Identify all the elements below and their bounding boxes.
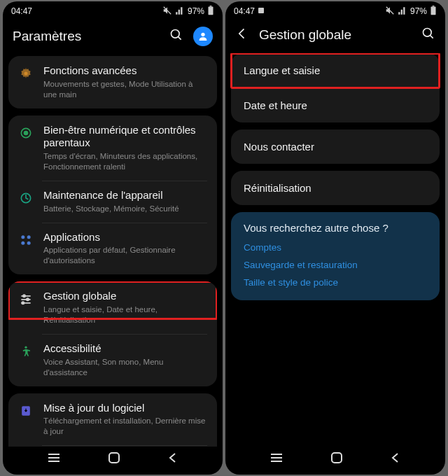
svg-point-32	[424, 29, 432, 37]
gestion-body: Langue et saisie Date et heure Nous cont…	[225, 53, 445, 447]
svg-point-17	[27, 298, 29, 300]
battery-icon	[430, 6, 437, 18]
row-label: Langue et saisie	[244, 64, 320, 76]
row-title: Fonctions avancées	[43, 64, 207, 78]
svg-rect-37	[332, 453, 342, 463]
row-title: Applications	[43, 231, 207, 244]
row-title: Bien-être numérique et contrôles parenta…	[43, 124, 207, 150]
row-applications[interactable]: Applications Applications par défaut, Ge…	[8, 223, 217, 275]
nav-bar	[225, 447, 445, 475]
svg-point-10	[21, 235, 24, 239]
gear-plus-icon	[18, 66, 34, 81]
settings-body: Fonctions avancées Mouvements et gestes,…	[3, 56, 223, 447]
row-title: Gestion globale	[43, 290, 207, 303]
status-time: 04:47	[234, 6, 265, 16]
signal-icon	[175, 6, 185, 18]
suggest-link-comptes[interactable]: Comptes	[244, 242, 427, 253]
row-label: Date et heure	[244, 99, 307, 111]
svg-line-33	[430, 36, 433, 38]
status-right: 97%	[162, 6, 214, 18]
page-title: Paramètres	[13, 29, 160, 44]
row-subtitle: Mouvements et gestes, Mode Utilisation à…	[43, 79, 207, 100]
settings-group-3: Gestion globale Langue et saisie, Date e…	[8, 281, 217, 386]
back-button[interactable]	[235, 27, 249, 43]
row-subtitle: Applications par défaut, Gestionnaire d'…	[43, 245, 207, 266]
wellbeing-icon	[18, 125, 34, 141]
nav-back[interactable]	[167, 452, 178, 466]
nav-home[interactable]	[108, 451, 120, 467]
search-button[interactable]	[169, 28, 183, 45]
row-fonctions-avancees[interactable]: Fonctions avancées Mouvements et gestes,…	[8, 56, 217, 108]
svg-point-19	[22, 302, 24, 304]
row-label: Nous contacter	[244, 141, 314, 153]
row-mise-a-jour[interactable]: Mise à jour du logiciel Téléchargement e…	[8, 393, 217, 446]
row-date-et-heure[interactable]: Date et heure	[231, 88, 440, 122]
row-langue-et-saisie[interactable]: Langue et saisie	[231, 53, 440, 88]
svg-line-4	[178, 37, 181, 40]
suggest-link-sauvegarde[interactable]: Sauvegarde et restauration	[244, 260, 427, 270]
row-reinitialisation[interactable]: Réinitialisation	[231, 171, 440, 205]
suggestions-box: Vous recherchez autre chose ? Comptes Sa…	[231, 212, 440, 300]
phone-left: 04:47 97% Paramètres	[3, 1, 223, 475]
svg-rect-27	[109, 453, 119, 463]
row-gestion-globale[interactable]: Gestion globale Langue et saisie, Date e…	[8, 281, 217, 334]
row-title: Accessibilité	[43, 342, 207, 356]
nav-recents[interactable]	[270, 453, 284, 465]
svg-point-13	[27, 241, 31, 244]
settings-group-1: Fonctions avancées Mouvements et gestes,…	[8, 56, 217, 108]
row-subtitle: Batterie, Stockage, Mémoire, Sécurité	[43, 204, 207, 214]
status-bar: 04:47 97%	[225, 1, 445, 21]
svg-rect-31	[433, 6, 435, 6]
row-title: Mise à jour du logiciel	[43, 402, 207, 415]
suggestions-title: Vous recherchez autre chose ?	[244, 222, 427, 234]
svg-point-20	[24, 346, 27, 348]
update-icon	[18, 403, 34, 419]
nav-recents[interactable]	[47, 453, 61, 465]
status-bar: 04:47 97%	[3, 1, 223, 21]
row-nous-contacter[interactable]: Nous contacter	[231, 130, 440, 164]
svg-point-8	[24, 131, 28, 134]
mute-icon	[162, 6, 172, 18]
battery-text: 97%	[188, 6, 204, 16]
row-subtitle: Temps d'écran, Minuteurs des application…	[43, 151, 207, 172]
svg-point-3	[172, 30, 180, 38]
row-subtitle: Téléchargement et installation, Dernière…	[43, 416, 207, 437]
svg-point-12	[21, 241, 24, 244]
settings-group-2: Bien-être numérique et contrôles parenta…	[8, 115, 217, 275]
search-button[interactable]	[421, 27, 435, 43]
svg-rect-28	[258, 8, 264, 13]
nav-home[interactable]	[330, 451, 343, 467]
phone-right: 04:47 97% Gestion globale Langue et sais…	[225, 1, 445, 475]
row-label: Réinitialisation	[244, 182, 312, 194]
row-subtitle: Voice Assistant, Son mono, Menu d'assist…	[43, 357, 207, 378]
accessibility-icon	[18, 344, 34, 359]
row-subtitle: Langue et saisie, Date et heure, Réiniti…	[43, 304, 207, 326]
row-mode-emploi[interactable]: ? Mode d'emploi Mode d'emploi	[8, 445, 217, 447]
row-accessibilite[interactable]: Accessibilité Voice Assistant, Son mono,…	[8, 334, 217, 386]
svg-rect-2	[210, 6, 212, 6]
row-title: Maintenance de l'appareil	[43, 189, 207, 202]
row-bien-etre[interactable]: Bien-être numérique et contrôles parenta…	[8, 115, 217, 181]
nav-bar	[3, 447, 223, 475]
page-title: Gestion globale	[259, 27, 412, 43]
mute-icon	[385, 6, 395, 18]
sliders-icon	[18, 291, 34, 307]
profile-avatar[interactable]	[193, 27, 213, 46]
svg-point-15	[23, 295, 25, 297]
suggest-link-police[interactable]: Taille et style de police	[244, 277, 427, 288]
svg-rect-1	[209, 6, 214, 15]
settings-group-4: Mise à jour du logiciel Téléchargement e…	[8, 393, 217, 447]
nav-back[interactable]	[390, 452, 401, 466]
header: Paramètres	[3, 21, 223, 56]
battery-icon	[207, 6, 214, 18]
row-maintenance[interactable]: Maintenance de l'appareil Batterie, Stoc…	[8, 181, 217, 223]
status-time: 04:47	[11, 6, 32, 16]
battery-text: 97%	[410, 6, 427, 16]
status-right: 97%	[385, 6, 437, 18]
device-care-icon	[18, 190, 34, 206]
svg-rect-30	[431, 6, 436, 15]
svg-point-11	[27, 235, 31, 239]
apps-icon	[18, 232, 34, 248]
signal-icon	[398, 6, 407, 18]
svg-point-5	[201, 33, 204, 36]
